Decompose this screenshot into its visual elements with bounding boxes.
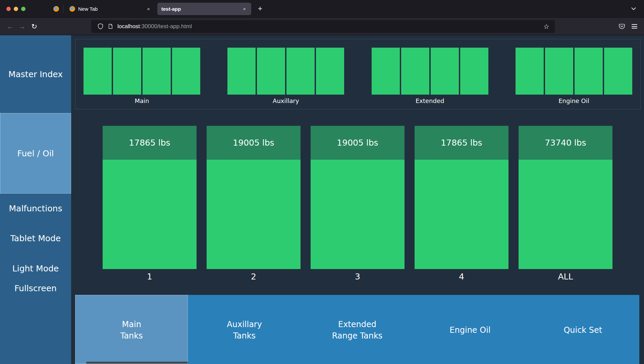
fuel-gauge-bar: [545, 48, 573, 95]
reload-button[interactable]: ↻: [28, 21, 40, 32]
tank-fill-level: [207, 160, 301, 269]
tank-category-tab[interactable]: Quick Set: [527, 295, 639, 364]
tank-fill-level: [103, 160, 197, 269]
close-tab-icon[interactable]: ×: [146, 5, 151, 12]
fuel-gauge-bar: [286, 48, 315, 95]
sidebar-item-label: Tablet Mode: [10, 233, 61, 243]
firefox-icon: [53, 6, 59, 12]
new-tab-button[interactable]: +: [255, 4, 266, 14]
tank-quantity: 17865 lbs: [103, 126, 197, 160]
fuel-gauge-group-label: Main: [135, 97, 149, 104]
firefox-favicon-icon: [69, 6, 75, 12]
fuel-gauge-bar: [575, 48, 603, 95]
fuel-gauge-bar: [431, 48, 459, 95]
fuel-gauge-bars: [372, 48, 488, 95]
fuel-gauge-bars: [84, 48, 200, 95]
fuel-gauge-bar: [516, 48, 544, 95]
pocket-icon[interactable]: [618, 23, 626, 30]
sidebar-item-label: Fullscreen: [14, 283, 57, 293]
sidebar-item[interactable]: Light Mode: [0, 253, 71, 283]
tab-strip: New Tab × test-app × +: [0, 0, 644, 18]
tank-category-tab-label: Engine Oil: [449, 325, 490, 336]
sidebar-item[interactable]: Fullscreen: [0, 283, 71, 293]
fuel-gauge-group: Main: [84, 48, 200, 109]
sidebar-nav: Master Index Fuel / Oil Malfunctions Tab…: [0, 35, 71, 364]
url-host: localhost: [117, 23, 140, 30]
firefox-view-button[interactable]: [51, 4, 61, 14]
tank-fill-level: [519, 160, 612, 269]
tank-gauge: 17865 lbs: [415, 126, 508, 269]
tank-number-label: 4: [415, 272, 508, 281]
back-button[interactable]: ←: [4, 21, 16, 32]
tank-column: 19005 lbs 2: [207, 126, 301, 281]
url-bar[interactable]: localhost:30000/test-app.html ☆: [91, 20, 555, 33]
sidebar-item[interactable]: Malfunctions: [0, 194, 71, 223]
tab-label: New Tab: [78, 6, 143, 12]
tank-category-tab[interactable]: Main Tanks: [75, 295, 188, 364]
tank-category-tab-label: Quick Set: [564, 325, 602, 336]
tank-category-tab-label: Main Tanks: [120, 319, 143, 342]
sidebar-item[interactable]: Tablet Mode: [0, 223, 71, 253]
tank-quantity: 19005 lbs: [207, 126, 301, 160]
fuel-gauge-bar: [84, 48, 112, 95]
fuel-gauges-panel: Main Auxillary Extended Engine O: [75, 39, 641, 109]
fuel-oil-page: Main Auxillary Extended Engine O: [71, 35, 644, 364]
forward-button[interactable]: →: [16, 21, 28, 32]
fuel-gauge-bars: [516, 48, 632, 95]
tank-category-tab-label: Auxillary Tanks: [227, 319, 262, 342]
fuel-gauge-bar: [316, 48, 344, 95]
tank-category-tab-label: Extended Range Tanks: [332, 319, 383, 342]
sidebar-item-label: Master Index: [8, 69, 63, 79]
fuel-gauge-bar: [372, 48, 400, 95]
page-content: Master Index Fuel / Oil Malfunctions Tab…: [0, 35, 644, 364]
tab-new-tab[interactable]: New Tab ×: [65, 0, 155, 18]
tank-number-label: 3: [311, 272, 405, 281]
fuel-gauge-bar: [113, 48, 141, 95]
bookmark-star-icon[interactable]: ☆: [542, 22, 551, 31]
sidebar-item-label: Light Mode: [12, 264, 59, 273]
fuel-gauge-group-label: Auxillary: [273, 97, 299, 104]
tank-column: 17865 lbs 1: [103, 126, 197, 281]
tank-levels-row: 17865 lbs 1 19005 lbs 2: [71, 126, 644, 281]
fuel-gauge-group: Extended: [372, 48, 488, 109]
navigation-toolbar: ← → ↻ localhost:30000/test-app.html ☆: [0, 18, 644, 35]
fuel-gauge-bar: [257, 48, 285, 95]
sidebar-item-label: Fuel / Oil: [17, 149, 54, 158]
zoom-window-button[interactable]: [21, 7, 25, 11]
close-window-button[interactable]: [6, 7, 11, 11]
url-path: :30000/test-app.html: [140, 23, 192, 30]
fuel-gauge-bar: [172, 48, 200, 95]
toolbar-right: [618, 23, 640, 30]
fuel-gauge-group-label: Engine Oil: [558, 97, 589, 104]
horizontal-scrollbar-thumb[interactable]: [86, 362, 188, 364]
menu-hamburger-icon[interactable]: [632, 23, 637, 30]
fuel-gauge-bar: [604, 48, 632, 95]
tab-separator: [63, 5, 63, 13]
sidebar-item-label: Malfunctions: [9, 204, 62, 213]
window-controls: [0, 7, 30, 11]
tank-category-tab[interactable]: Extended Range Tanks: [301, 295, 414, 364]
tank-category-tab[interactable]: Auxillary Tanks: [188, 295, 301, 364]
minimize-window-button[interactable]: [14, 7, 18, 11]
page-info-icon[interactable]: [105, 21, 115, 32]
tank-gauge: 19005 lbs: [311, 126, 405, 269]
tank-gauge: 73740 lbs: [519, 126, 612, 269]
tab-label: test-app: [161, 6, 238, 12]
tank-fill-level: [415, 160, 508, 269]
tank-quantity: 73740 lbs: [519, 126, 612, 160]
browser-window: New Tab × test-app × + ← → ↻ localhost:3…: [0, 0, 644, 364]
fuel-gauge-bar: [143, 48, 171, 95]
sidebar-item[interactable]: Master Index: [0, 35, 71, 113]
list-all-tabs-button[interactable]: [631, 6, 637, 12]
sidebar-item[interactable]: Fuel / Oil: [0, 113, 71, 194]
tank-number-label: 2: [207, 272, 301, 281]
tab-test-app[interactable]: test-app ×: [157, 3, 251, 15]
tank-column: 73740 lbs ALL: [519, 126, 612, 281]
tank-column: 17865 lbs 4: [415, 126, 508, 281]
fuel-gauge-group: Auxillary: [227, 48, 344, 109]
url-text: localhost:30000/test-app.html: [117, 23, 192, 30]
tracking-protection-shield-icon[interactable]: [95, 21, 105, 32]
close-tab-icon[interactable]: ×: [241, 5, 247, 12]
tank-category-tab[interactable]: Engine Oil: [414, 295, 526, 364]
fuel-gauge-bars: [227, 48, 344, 95]
